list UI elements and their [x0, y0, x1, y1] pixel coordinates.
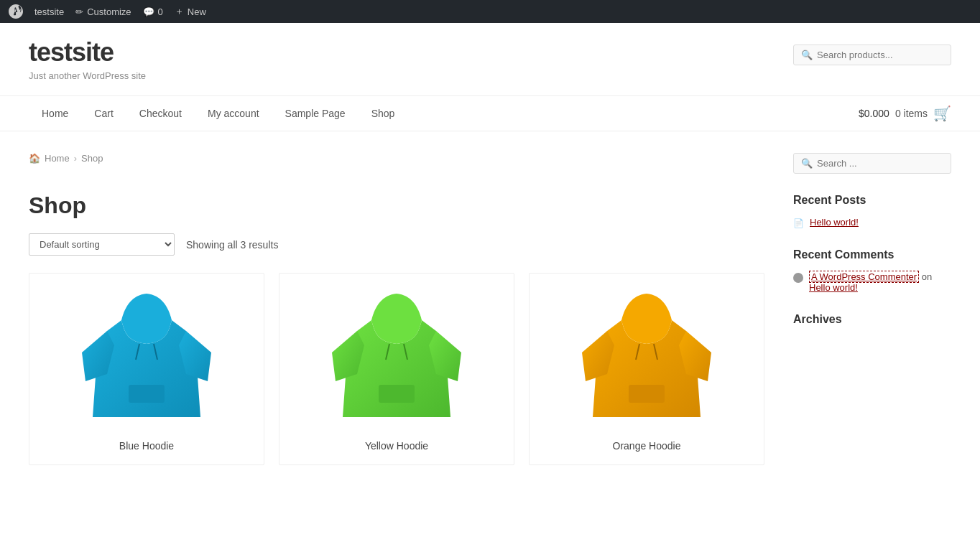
- customize-label: Customize: [87, 6, 131, 17]
- main-layout: 🏠 Home › Shop Shop Default sorting Sort …: [0, 131, 980, 480]
- svg-rect-3: [379, 385, 415, 403]
- admin-bar: testsite ✏ Customize 💬 0 ＋ New: [0, 0, 980, 23]
- site-tagline: Just another WordPress site: [29, 70, 146, 81]
- primary-nav: Home Cart Checkout My account Sample Pag…: [29, 96, 407, 131]
- archives-title: Archives: [793, 313, 951, 326]
- new-item[interactable]: ＋ New: [175, 5, 206, 18]
- nav-cart[interactable]: Cart: [81, 96, 126, 131]
- cart-items-count: 0 items: [895, 108, 928, 119]
- product-card-blue-hoodie[interactable]: Blue Hoodie: [29, 273, 264, 465]
- breadcrumb-current: Shop: [81, 153, 103, 164]
- comment-author-link[interactable]: A WordPress Commenter: [809, 271, 919, 283]
- nav-home[interactable]: Home: [29, 96, 81, 131]
- product-image-blue-hoodie: [29, 274, 264, 431]
- sidebar-search-box[interactable]: 🔍: [793, 153, 951, 174]
- site-header: testsite Just another WordPress site 🔍: [0, 23, 980, 96]
- recent-post-item: 📄 Hello world!: [793, 217, 951, 228]
- recent-post-link[interactable]: Hello world!: [810, 217, 859, 228]
- nav-samplepage[interactable]: Sample Page: [272, 96, 359, 131]
- sort-select[interactable]: Default sorting Sort by popularity Sort …: [29, 233, 175, 256]
- recent-posts-section: Recent Posts 📄 Hello world!: [793, 194, 951, 228]
- new-label: New: [188, 6, 206, 17]
- breadcrumb-separator: ›: [74, 153, 77, 164]
- product-card-green-hoodie[interactable]: Yellow Hoodie: [279, 273, 514, 465]
- shop-toolbar: Default sorting Sort by popularity Sort …: [29, 233, 764, 256]
- comment-post-link[interactable]: Hello world!: [809, 282, 858, 293]
- site-branding: testsite Just another WordPress site: [29, 37, 146, 81]
- product-info-yellow-hoodie: Orange Hoodie: [530, 431, 764, 464]
- recent-comments-title: Recent Comments: [793, 248, 951, 261]
- site-title: testsite: [29, 37, 146, 67]
- nav-shop[interactable]: Shop: [359, 96, 408, 131]
- breadcrumb-home-link[interactable]: Home: [45, 153, 70, 164]
- header-search-icon: 🔍: [801, 50, 813, 60]
- comment-icon: 💬: [143, 6, 154, 17]
- archives-section: Archives: [793, 313, 951, 326]
- product-card-yellow-hoodie[interactable]: Orange Hoodie: [529, 273, 764, 465]
- customize-icon: ✏: [75, 6, 83, 17]
- nav-checkout[interactable]: Checkout: [126, 96, 195, 131]
- nav-myaccount[interactable]: My account: [195, 96, 272, 131]
- shop-page-title: Shop: [29, 192, 764, 219]
- product-info-blue-hoodie: Blue Hoodie: [29, 431, 264, 464]
- product-name-blue-hoodie: Blue Hoodie: [38, 440, 255, 452]
- svg-rect-6: [629, 385, 665, 403]
- product-image-yellow-hoodie: [530, 274, 764, 431]
- product-info-green-hoodie: Yellow Hoodie: [279, 431, 514, 464]
- product-name-yellow-hoodie: Orange Hoodie: [538, 440, 755, 452]
- page-wrapper: testsite Just another WordPress site 🔍 H…: [0, 23, 980, 537]
- wp-logo-item[interactable]: [9, 4, 23, 19]
- sidebar-search-input[interactable]: [817, 158, 943, 169]
- site-nav: Home Cart Checkout My account Sample Pag…: [0, 96, 980, 131]
- recent-comment-item: A WordPress Commenter on Hello world!: [793, 271, 951, 293]
- comment-text: A WordPress Commenter on Hello world!: [809, 271, 951, 293]
- testsite-label: testsite: [34, 6, 64, 17]
- home-icon-breadcrumb: 🏠: [29, 153, 40, 164]
- content-area: 🏠 Home › Shop Shop Default sorting Sort …: [29, 146, 764, 465]
- svg-rect-0: [129, 385, 165, 403]
- cart-widget[interactable]: $0.000 0 items 🛒: [859, 105, 951, 122]
- comments-item[interactable]: 💬 0: [143, 6, 163, 17]
- breadcrumb: 🏠 Home › Shop: [29, 146, 764, 171]
- recent-comments-section: Recent Comments A WordPress Commenter on…: [793, 248, 951, 293]
- header-search-box[interactable]: 🔍: [793, 45, 951, 65]
- comment-avatar: [793, 273, 803, 283]
- sidebar: 🔍 Recent Posts 📄 Hello world! Recent Com…: [793, 146, 951, 465]
- comment-on-text: on: [922, 271, 932, 282]
- cart-amount: $0.000: [859, 108, 889, 119]
- wp-icon: [9, 4, 23, 19]
- cart-basket-icon: 🛒: [933, 105, 951, 122]
- post-icon: 📄: [793, 218, 804, 228]
- sidebar-search-icon: 🔍: [801, 158, 813, 169]
- results-count: Showing all 3 results: [186, 239, 278, 251]
- new-icon: ＋: [175, 5, 184, 18]
- product-name-green-hoodie: Yellow Hoodie: [288, 440, 505, 452]
- comment-count: 0: [158, 6, 163, 17]
- product-grid: Blue Hoodie: [29, 273, 764, 465]
- product-image-green-hoodie: [279, 274, 514, 431]
- customize-item[interactable]: ✏ Customize: [75, 6, 131, 17]
- testsite-item[interactable]: testsite: [34, 6, 64, 17]
- header-search-input[interactable]: [817, 50, 943, 60]
- recent-posts-title: Recent Posts: [793, 194, 951, 207]
